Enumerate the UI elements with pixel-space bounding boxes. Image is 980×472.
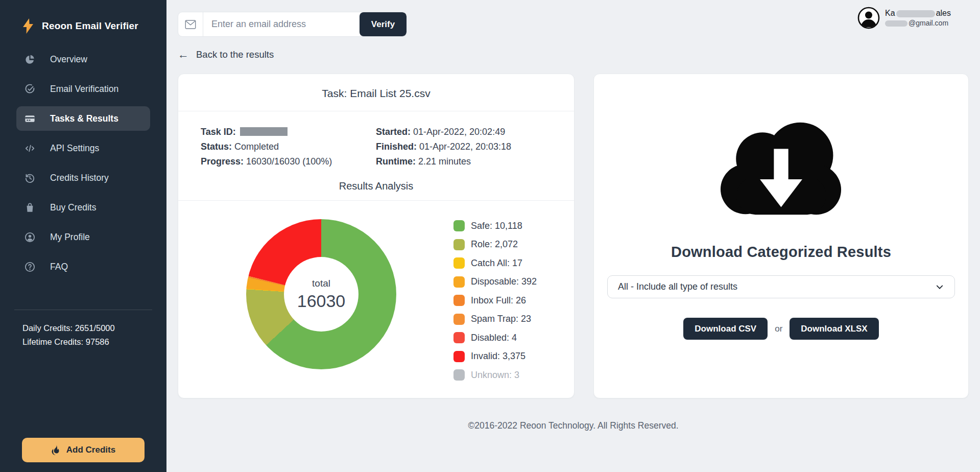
code-icon bbox=[23, 142, 36, 154]
task-card: Task: Email List 25.csv Task ID:Status: … bbox=[178, 74, 575, 398]
legend-item: Invalid: 3,375 bbox=[453, 347, 537, 366]
shopping-bag-icon bbox=[23, 201, 36, 214]
flame-icon bbox=[51, 445, 60, 455]
sidebar-item-label: Buy Credits bbox=[50, 202, 96, 213]
redacted-name bbox=[896, 10, 935, 17]
download-title: Download Categorized Results bbox=[594, 244, 968, 261]
chart-legend: Safe: 10,118Role: 2,072Catch All: 17Disp… bbox=[453, 217, 537, 385]
legend-swatch bbox=[453, 276, 465, 288]
legend-item: Safe: 10,118 bbox=[453, 217, 537, 235]
question-circle-icon bbox=[23, 261, 36, 273]
sidebar-item-label: Tasks & Results bbox=[50, 113, 118, 124]
copyright: ©2016-2022 Reoon Technology. All Rights … bbox=[178, 420, 969, 431]
legend-item: Catch All: 17 bbox=[453, 254, 537, 273]
legend-swatch bbox=[453, 351, 465, 362]
download-card: Download Categorized Results All - Inclu… bbox=[593, 74, 969, 398]
legend-label: Catch All: 17 bbox=[471, 258, 522, 269]
main-content: Verify Kaales @gmail.com ← Back to the r… bbox=[166, 0, 980, 472]
task-detail-row: Runtime: 2.21 minutes bbox=[376, 154, 574, 169]
legend-label: Inbox Full: 26 bbox=[471, 295, 526, 306]
redacted-task-id bbox=[240, 127, 288, 136]
donut-total-label: total bbox=[312, 278, 330, 289]
verify-button[interactable]: Verify bbox=[360, 12, 407, 36]
or-text: or bbox=[775, 324, 782, 334]
task-detail-row: Started: 01-Apr-2022, 20:02:49 bbox=[376, 125, 574, 139]
legend-label: Safe: 10,118 bbox=[471, 221, 522, 231]
download-xlsx-button[interactable]: Download XLSX bbox=[790, 318, 878, 340]
sidebar: Reoon Email Verifier OverviewEmail Verif… bbox=[0, 0, 166, 472]
app-title: Reoon Email Verifier bbox=[42, 20, 138, 32]
result-type-select[interactable]: All - Include all type of results bbox=[607, 275, 955, 298]
legend-item: Role: 2,072 bbox=[453, 235, 537, 254]
legend-label: Disabled: 4 bbox=[471, 333, 517, 343]
user-icon bbox=[23, 231, 36, 243]
sidebar-item-overview[interactable]: Overview bbox=[16, 47, 150, 72]
back-link[interactable]: ← Back to the results bbox=[178, 49, 274, 60]
sidebar-item-label: FAQ bbox=[50, 262, 68, 272]
task-details-right: Started: 01-Apr-2022, 20:02:49Finished: … bbox=[376, 125, 574, 169]
chevron-down-icon bbox=[935, 282, 944, 292]
daily-credits: Daily Credits: 2651/5000 bbox=[22, 321, 166, 335]
legend-swatch bbox=[453, 257, 465, 269]
add-credits-button[interactable]: Add Credits bbox=[22, 438, 145, 462]
sidebar-item-my-profile[interactable]: My Profile bbox=[16, 225, 150, 249]
legend-swatch bbox=[453, 220, 465, 231]
task-detail-row: Finished: 01-Apr-2022, 20:03:18 bbox=[376, 139, 574, 154]
legend-label: Role: 2,072 bbox=[471, 239, 518, 250]
app-window: Reoon Email Verifier OverviewEmail Verif… bbox=[0, 0, 980, 472]
user-info: Kaales @gmail.com bbox=[885, 9, 951, 27]
lightning-icon bbox=[22, 18, 34, 34]
legend-item: Disposable: 392 bbox=[453, 273, 537, 292]
legend-label: Invalid: 3,375 bbox=[471, 351, 525, 362]
card-icon bbox=[23, 112, 36, 125]
legend-swatch bbox=[453, 239, 465, 250]
donut-center: total 16030 bbox=[284, 257, 358, 332]
sidebar-item-email-verification[interactable]: Email Verification bbox=[16, 77, 150, 101]
donut-chart: total 16030 bbox=[246, 219, 396, 369]
legend-swatch bbox=[453, 369, 465, 381]
legend-label: Disposable: 392 bbox=[471, 276, 537, 287]
email-verify-bar: Verify bbox=[178, 12, 407, 37]
back-link-label: Back to the results bbox=[196, 49, 274, 60]
legend-item: Inbox Full: 26 bbox=[453, 291, 537, 310]
avatar bbox=[857, 7, 880, 29]
task-details-left: Task ID:Status: CompletedProgress: 16030… bbox=[201, 125, 376, 169]
legend-label: Unknown: 3 bbox=[471, 370, 519, 381]
results-analysis-title: Results Analysis bbox=[178, 173, 574, 201]
pie-chart-icon bbox=[23, 53, 36, 65]
donut-total-value: 16030 bbox=[297, 291, 346, 311]
app-logo: Reoon Email Verifier bbox=[0, 0, 166, 34]
sidebar-item-api-settings[interactable]: API Settings bbox=[16, 136, 150, 160]
legend-item: Spam Trap: 23 bbox=[453, 310, 537, 329]
credits-summary: Daily Credits: 2651/5000 Lifetime Credit… bbox=[0, 310, 166, 349]
check-circle-icon bbox=[23, 83, 36, 95]
task-detail-row: Task ID: bbox=[201, 125, 376, 139]
sidebar-item-tasks-results[interactable]: Tasks & Results bbox=[16, 106, 150, 131]
redacted-email bbox=[885, 20, 907, 27]
history-icon bbox=[23, 172, 36, 184]
legend-item: Disabled: 4 bbox=[453, 328, 537, 347]
legend-label: Spam Trap: 23 bbox=[471, 314, 531, 324]
legend-swatch bbox=[453, 314, 465, 325]
user-menu[interactable]: Kaales @gmail.com bbox=[857, 7, 951, 29]
add-credits-label: Add Credits bbox=[66, 445, 115, 455]
sidebar-item-buy-credits[interactable]: Buy Credits bbox=[16, 195, 150, 220]
download-csv-button[interactable]: Download CSV bbox=[683, 318, 768, 340]
envelope-icon bbox=[178, 12, 203, 36]
legend-item: Unknown: 3 bbox=[453, 366, 537, 385]
task-detail-row: Status: Completed bbox=[201, 139, 376, 154]
sidebar-item-faq[interactable]: FAQ bbox=[16, 254, 150, 279]
cards-row: Task: Email List 25.csv Task ID:Status: … bbox=[178, 74, 969, 398]
email-input[interactable] bbox=[203, 12, 360, 36]
cloud-download-icon bbox=[715, 116, 847, 218]
back-arrow-icon: ← bbox=[178, 49, 189, 60]
sidebar-item-label: My Profile bbox=[50, 232, 90, 243]
user-email: @gmail.com bbox=[885, 19, 951, 27]
legend-swatch bbox=[453, 332, 465, 343]
user-name: Kaales bbox=[885, 9, 951, 18]
sidebar-item-label: Overview bbox=[50, 54, 87, 65]
task-detail-row: Progress: 16030/16030 (100%) bbox=[201, 154, 376, 169]
download-buttons: Download CSV or Download XLSX bbox=[594, 318, 968, 340]
result-type-select-value: All - Include all type of results bbox=[618, 281, 737, 292]
sidebar-item-credits-history[interactable]: Credits History bbox=[16, 166, 150, 190]
